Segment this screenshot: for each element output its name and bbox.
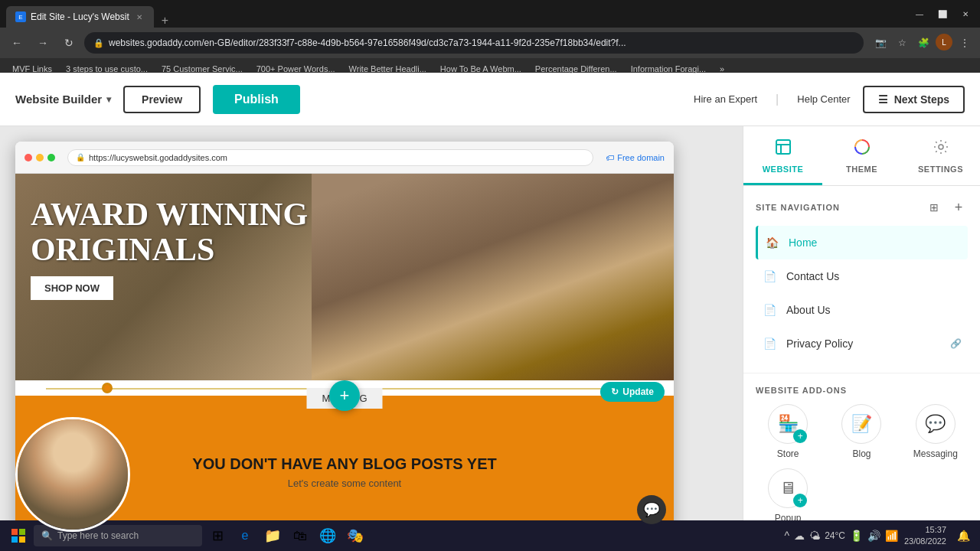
next-steps-button[interactable]: ☰ Next Steps (863, 86, 965, 113)
next-steps-icon: ☰ (878, 93, 888, 106)
hero-text-block: AWARD WINNING ORIGINALS SHOP NOW (31, 197, 308, 300)
extensions-icon[interactable]: 🧩 (914, 34, 933, 52)
title-bar: E Edit Site - Lucy's Websit ✕ + — ⬜ ✕ (0, 0, 980, 28)
website-icon (775, 139, 792, 160)
tab-theme[interactable]: THEME (822, 126, 901, 185)
page-icon-privacy: 📄 (762, 336, 777, 351)
addons-section: WEBSITE ADD-ONS 🏪 + Store 📝 Blog (743, 373, 980, 536)
blog-empty-title: YOU DON'T HAVE ANY BLOG POSTS YET (192, 455, 496, 473)
close-button[interactable]: ✕ (957, 5, 974, 22)
tray-network[interactable]: 📶 (885, 530, 898, 542)
taskbar-files[interactable]: 📁 (260, 523, 285, 548)
filter-icon[interactable]: ⊞ (925, 198, 943, 217)
hero-title: AWARD WINNING ORIGINALS (31, 197, 308, 267)
right-panel: WEBSITE THEME SETTINGS SITE NAVIGATION ⊞ (743, 126, 980, 551)
settings-icon (933, 139, 949, 160)
tab-settings[interactable]: SETTINGS (901, 126, 980, 185)
preview-url-text: https://lucyswebsit.godaddysites.com (89, 153, 227, 162)
nav-item-home[interactable]: 🏠 Home (756, 226, 968, 259)
taskbar-task-view[interactable]: ⊞ (205, 523, 230, 548)
add-section-button[interactable]: + (329, 380, 360, 411)
addons-title: WEBSITE ADD-ONS (756, 386, 847, 395)
main-content: 🔒 https://lucyswebsit.godaddysites.com 🏷… (0, 126, 980, 551)
bookmark-700[interactable]: 700+ Power Words... (250, 63, 341, 75)
tab-settings-label: SETTINGS (918, 165, 963, 174)
nav-item-about[interactable]: 📄 About Us (756, 293, 968, 327)
back-button[interactable]: ← (6, 32, 28, 54)
nav-icons: 📷 ☆ 🧩 L ⋮ (871, 34, 974, 52)
update-badge[interactable]: ↻ Update (600, 382, 665, 402)
new-tab-button[interactable]: + (157, 14, 173, 28)
taskbar-right: ^ ☁ 🌤 24°C 🔋 🔊 📶 15:37 23/08/2022 🔔 (785, 524, 974, 548)
tab-close-button[interactable]: ✕ (134, 11, 145, 22)
theme-icon (854, 139, 871, 160)
taskbar-edge[interactable]: e (233, 523, 257, 548)
tray-cloud[interactable]: ☁ (794, 530, 805, 542)
help-center-link[interactable]: Help Center (797, 93, 850, 105)
svg-rect-7 (11, 536, 18, 543)
shop-now-button[interactable]: SHOP NOW (31, 276, 113, 300)
start-button[interactable] (6, 523, 31, 548)
bookmark-more[interactable]: » (714, 63, 730, 75)
bookmark-info[interactable]: Information Foragi... (625, 63, 712, 75)
popup-icon: 🖥 (779, 478, 796, 498)
tray-weather[interactable]: 🌤 (809, 530, 820, 542)
nav-item-home-label: Home (789, 236, 962, 249)
svg-rect-5 (11, 529, 18, 535)
profile-icon[interactable]: L (936, 34, 952, 51)
site-navigation-section: SITE NAVIGATION ⊞ + 🏠 Home 📄 Contact Us … (743, 186, 980, 373)
bookmark-mvf[interactable]: MVF Links (6, 63, 58, 75)
address-text: websites.godaddy.com/en-GB/editor/283f33… (109, 37, 854, 48)
blog-label: Blog (852, 448, 871, 459)
tab-area: E Edit Site - Lucy's Websit ✕ + (6, 0, 173, 28)
nav-item-about-label: About Us (786, 304, 962, 316)
bookmark-webm[interactable]: How To Be A Webm... (434, 63, 528, 75)
chat-button[interactable]: 💬 (637, 495, 666, 524)
preview-button[interactable]: Preview (123, 86, 201, 113)
addon-store[interactable]: 🏪 + Store (756, 404, 820, 459)
screensaver-icon[interactable]: 📷 (871, 34, 890, 52)
messaging-icon-wrap: 💬 (916, 404, 956, 444)
blog-empty-message: YOU DON'T HAVE ANY BLOG POSTS YET Let's … (192, 455, 496, 489)
messaging-label: Messaging (913, 448, 958, 459)
publish-button[interactable]: Publish (213, 85, 300, 114)
page-icon-contact: 📄 (762, 269, 777, 284)
taskbar-clock[interactable]: 15:37 23/08/2022 (904, 524, 946, 548)
preview-dots (24, 154, 55, 161)
bookmark-write[interactable]: Write Better Headli... (343, 63, 433, 75)
video-overlay (15, 417, 130, 532)
active-tab[interactable]: E Edit Site - Lucy's Websit ✕ (6, 6, 154, 28)
nav-item-contact-label: Contact Us (786, 270, 962, 282)
dot-red (24, 154, 32, 161)
addon-popup[interactable]: 🖥 + Popup (756, 468, 820, 523)
minimize-button[interactable]: — (911, 5, 928, 22)
taskbar-app5[interactable]: 🎭 (343, 523, 368, 548)
menu-icon[interactable]: ⋮ (956, 34, 974, 52)
refresh-button[interactable]: ↻ (58, 32, 80, 54)
tray-battery[interactable]: 🔋 (850, 530, 863, 542)
bookmark-3steps[interactable]: 3 steps to use custo... (60, 63, 154, 75)
preview-url-bar[interactable]: 🔒 https://lucyswebsit.godaddysites.com (67, 149, 593, 166)
forward-button[interactable]: → (32, 32, 54, 54)
addon-messaging[interactable]: 💬 Messaging (903, 404, 968, 459)
add-nav-item-button[interactable]: + (949, 198, 968, 217)
free-domain-badge[interactable]: 🏷 Free domain (606, 153, 665, 162)
bookmark-percent[interactable]: Percentage Differen... (529, 63, 623, 75)
nav-item-privacy[interactable]: 📄 Privacy Policy 🔗 (756, 327, 968, 360)
maximize-button[interactable]: ⬜ (934, 5, 951, 22)
tray-chevron[interactable]: ^ (785, 530, 790, 542)
website-builder-label[interactable]: Website Builder ▾ (15, 93, 111, 106)
bookmark-75[interactable]: 75 Customer Servic... (155, 63, 249, 75)
dot-green (47, 154, 55, 161)
notification-button[interactable]: 🔔 (952, 525, 974, 546)
taskbar-store[interactable]: 🛍 (288, 523, 312, 548)
hero-overlay: AWARD WINNING ORIGINALS SHOP NOW (15, 174, 674, 380)
nav-item-contact[interactable]: 📄 Contact Us (756, 259, 968, 293)
addon-blog[interactable]: 📝 Blog (829, 404, 893, 459)
bookmark-star-icon[interactable]: ☆ (893, 34, 911, 52)
taskbar-chrome[interactable]: 🌐 (315, 523, 340, 548)
address-bar[interactable]: 🔒 websites.godaddy.com/en-GB/editor/283f… (84, 32, 864, 54)
hire-expert-link[interactable]: Hire an Expert (694, 93, 757, 105)
tray-sound[interactable]: 🔊 (867, 530, 880, 542)
tab-website[interactable]: WEBSITE (743, 126, 822, 185)
